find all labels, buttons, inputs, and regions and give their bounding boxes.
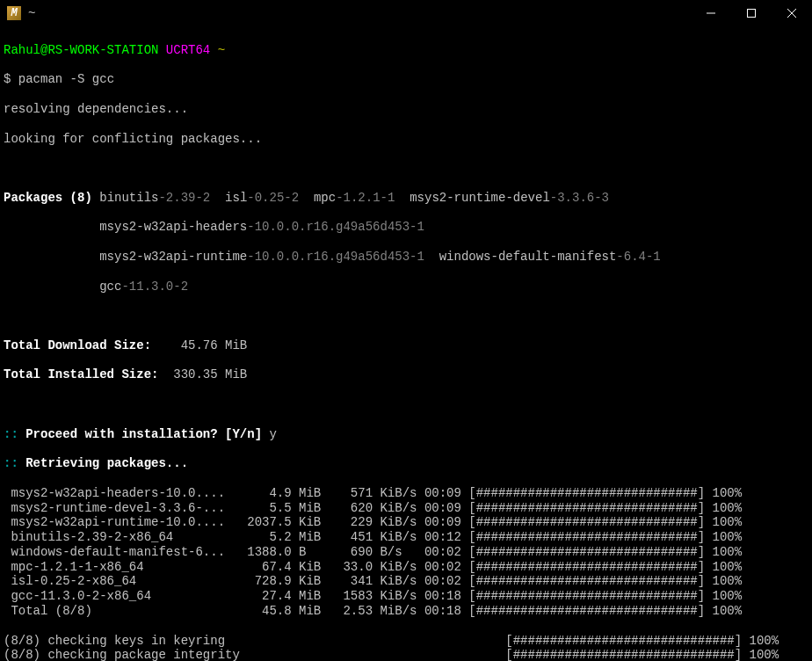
- maximize-button[interactable]: [731, 0, 772, 26]
- check-row: (8/8) checking keys in keyring [########…: [4, 634, 808, 649]
- titlebar-left: M ~: [7, 6, 35, 21]
- window-titlebar: M ~: [0, 0, 812, 26]
- msys2-icon: M: [7, 6, 21, 20]
- download-row: windows-default-manifest-6... 1388.0 B 6…: [4, 545, 808, 560]
- download-row: mpc-1.2.1-1-x86_64 67.4 KiB 33.0 KiB/s 0…: [4, 560, 808, 575]
- retrieving-line: :: Retrieving packages...: [4, 456, 808, 471]
- download-row: msys2-w32api-headers-10.0.... 4.9 MiB 57…: [4, 486, 808, 501]
- packages-line-2: msys2-w32api-headers-10.0.0.r16.g49a56d4…: [4, 220, 808, 235]
- blank-line: [4, 161, 808, 176]
- download-row: Total (8/8) 45.8 MiB 2.53 MiB/s 00:18 [#…: [4, 604, 808, 619]
- command-text: pacman -S gcc: [18, 72, 114, 86]
- minimize-icon: [707, 9, 715, 18]
- command-line: $ pacman -S gcc: [4, 72, 808, 87]
- prompt-path: ~: [218, 43, 225, 57]
- maximize-icon: [747, 9, 756, 18]
- window-title: ~: [28, 6, 35, 21]
- prompt-symbol: $: [4, 72, 11, 86]
- download-row: gcc-11.3.0-2-x86_64 27.4 MiB 1583 KiB/s …: [4, 589, 808, 604]
- prompt-env: UCRT64: [166, 43, 210, 57]
- check-row: (8/8) checking package integrity [######…: [4, 648, 808, 661]
- resolving-line: resolving dependencies...: [4, 102, 808, 117]
- close-button[interactable]: [772, 0, 812, 26]
- packages-line-1: Packages (8) binutils-2.39-2 isl-0.25-2 …: [4, 191, 808, 206]
- download-row: msys2-runtime-devel-3.3.6-... 5.5 MiB 62…: [4, 501, 808, 516]
- blank-line: [4, 309, 808, 323]
- conflict-line: looking for conflicting packages...: [4, 132, 808, 147]
- close-icon: [787, 9, 796, 18]
- prompt-line-1: Rahul@RS-WORK-STATION UCRT64 ~: [4, 43, 808, 58]
- terminal-output[interactable]: Rahul@RS-WORK-STATION UCRT64 ~ $ pacman …: [0, 26, 812, 661]
- total-download: Total Download Size: 45.76 MiB: [4, 338, 808, 353]
- download-row: isl-0.25-2-x86_64 728.9 KiB 341 KiB/s 00…: [4, 574, 808, 589]
- window-controls: [691, 0, 812, 26]
- blank-line: [4, 397, 808, 412]
- packages-line-4: gcc-11.3.0-2: [4, 280, 808, 294]
- svg-rect-1: [748, 10, 756, 18]
- proceed-line: :: Proceed with installation? [Y/n] y: [4, 427, 808, 442]
- packages-header: Packages (8): [4, 191, 92, 205]
- total-installed: Total Installed Size: 330.35 MiB: [4, 367, 808, 382]
- minimize-button[interactable]: [691, 0, 731, 26]
- download-row: binutils-2.39-2-x86_64 5.2 MiB 451 KiB/s…: [4, 530, 808, 545]
- packages-line-3: msys2-w32api-runtime-10.0.0.r16.g49a56d4…: [4, 250, 808, 265]
- download-row: msys2-w32api-runtime-10.0.... 2037.5 KiB…: [4, 515, 808, 530]
- prompt-user-host: Rahul@RS-WORK-STATION: [4, 43, 158, 57]
